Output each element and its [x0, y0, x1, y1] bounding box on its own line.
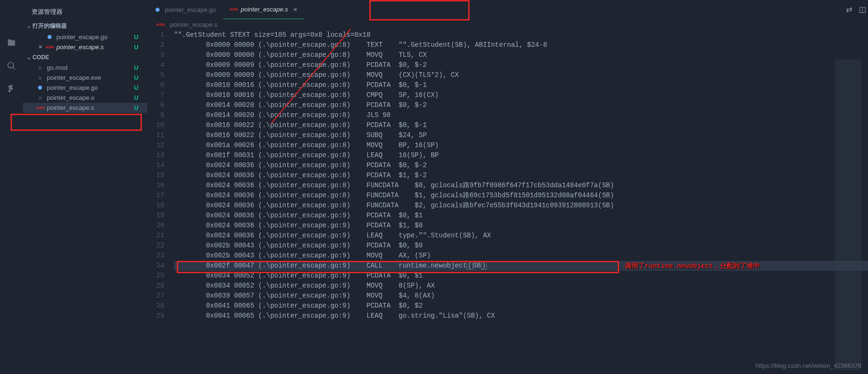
code-line: 0x001a 00026 (.\pointer_escape.go:8) MOV…	[174, 140, 868, 150]
line-number: 4	[147, 60, 164, 70]
breadcrumb[interactable]: ASM pointer_escape.s	[147, 19, 868, 30]
status-badge: U	[134, 104, 143, 111]
code-line: 0x002f 00047 (.\pointer_escape.go:9) CAL…	[174, 261, 868, 271]
line-number: 17	[147, 191, 164, 201]
line-number: 14	[147, 160, 164, 171]
code-line: 0x0010 00016 (.\pointer_escape.go:8) PCD…	[174, 80, 868, 90]
line-number: 18	[147, 201, 164, 211]
line-number: 11	[147, 130, 164, 140]
line-number: 15	[147, 171, 164, 181]
line-number: 7	[147, 90, 164, 100]
code-line: 0x0010 00016 (.\pointer_escape.go:8) CMP…	[174, 90, 868, 100]
file-name: pointer_escape.exe	[47, 74, 134, 81]
file-name: pointer_escape.s	[56, 43, 134, 51]
annotation-text: 调用了runtime.newobject，分配到了堆中	[625, 261, 760, 271]
code-line: 0x0009 00009 (.\pointer_escape.go:8) MOV…	[174, 70, 868, 80]
open-editor-item[interactable]: ⬢pointer_escape.goU	[23, 32, 147, 42]
open-editors-header[interactable]: ⌄ 打开的编辑器	[23, 20, 147, 32]
editor-actions: ⇄ ◫	[846, 5, 866, 14]
code-line: 0x0034 00052 (.\pointer_escape.go:9) PCD…	[174, 271, 868, 281]
minimap[interactable]	[835, 60, 861, 370]
file-name: go.mod	[47, 64, 134, 71]
file-name: pointer_escape.s	[47, 104, 134, 111]
asm-icon: ASM	[157, 22, 164, 27]
file-tree-item[interactable]: ≡pointer_escape.exeU	[23, 73, 147, 83]
status-badge: U	[134, 43, 143, 51]
line-number: 2	[147, 40, 164, 50]
line-number: 9	[147, 110, 164, 120]
code-line: 0x0024 00036 (.\pointer_escape.go:9) LEA…	[174, 231, 868, 241]
code-line: 0x0024 00036 (.\pointer_escape.go:8) PCD…	[174, 160, 868, 171]
code-line: 0x0024 00036 (.\pointer_escape.go:8) FUN…	[174, 191, 868, 201]
line-number: 27	[147, 291, 164, 301]
explorer-icon[interactable]	[7, 38, 16, 49]
editor-area: ⬢pointer_escape.goASMpointer_escape.s× ⇄…	[147, 0, 868, 374]
line-number: 6	[147, 80, 164, 90]
code-line: 0x0014 00020 (.\pointer_escape.go:8) PCD…	[174, 100, 868, 110]
code-line: 0x0024 00036 (.\pointer_escape.go:9) PCD…	[174, 211, 868, 221]
tab-bar: ⬢pointer_escape.goASMpointer_escape.s× ⇄…	[147, 0, 868, 19]
source-control-icon[interactable]	[7, 84, 16, 95]
code-editor[interactable]: 1234567891011121314151617181920212223242…	[147, 30, 868, 374]
line-number: 21	[147, 231, 164, 241]
search-icon[interactable]	[7, 61, 16, 72]
file-tree-item[interactable]: ≡pointer_escape.oU	[23, 93, 147, 103]
file-tree-item[interactable]: ≡go.modU	[23, 63, 147, 73]
code-line: 0x0024 00036 (.\pointer_escape.go:8) PCD…	[174, 171, 868, 181]
code-line: 0x0024 00036 (.\pointer_escape.go:9) PCD…	[174, 221, 868, 231]
status-badge: U	[134, 33, 143, 41]
code-line: 0x002b 00043 (.\pointer_escape.go:9) PCD…	[174, 241, 868, 251]
watermark: https://blog.csdn.net/weixin_42366378	[756, 362, 861, 369]
close-icon: ✕	[36, 44, 44, 50]
code-line: 0x0024 00036 (.\pointer_escape.go:8) FUN…	[174, 201, 868, 211]
code-line: 0x0009 00009 (.\pointer_escape.go:8) PCD…	[174, 60, 868, 70]
code-section-header[interactable]: ⌄ CODE	[23, 52, 147, 63]
compare-icon[interactable]: ⇄	[846, 5, 852, 14]
line-gutter: 1234567891011121314151617181920212223242…	[147, 30, 174, 374]
code-line: "".GetStudent STEXT size=105 args=0x8 lo…	[174, 30, 868, 40]
code-line: 0x0039 00057 (.\pointer_escape.go:9) MOV…	[174, 291, 868, 301]
tab-close-icon[interactable]: ×	[293, 6, 297, 13]
file-tree-item[interactable]: ASMpointer_escape.sU	[23, 103, 147, 113]
code-line: 0x001f 00031 (.\pointer_escape.go:8) LEA…	[174, 150, 868, 160]
chevron-down-icon: ⌄	[27, 55, 31, 60]
editor-tab[interactable]: ⬢pointer_escape.go	[147, 0, 223, 19]
code-content[interactable]: "".GetStudent STEXT size=105 args=0x8 lo…	[174, 30, 868, 374]
asm-icon: ASM	[46, 45, 54, 49]
lines-icon: ≡	[36, 95, 44, 101]
highlight-box-tab	[369, 0, 470, 21]
code-line: 0x0041 00065 (.\pointer_escape.go:9) PCD…	[174, 301, 868, 311]
line-number: 23	[147, 251, 164, 261]
status-badge: U	[134, 94, 143, 101]
tab-label: pointer_escape.go	[165, 6, 216, 13]
code-line: 0x0016 00022 (.\pointer_escape.go:8) SUB…	[174, 130, 868, 140]
code-line: 0x0000 00000 (.\pointer_escape.go:8) MOV…	[174, 50, 868, 60]
line-number: 25	[147, 271, 164, 281]
line-number: 8	[147, 100, 164, 110]
code-line: 0x0041 00065 (.\pointer_escape.go:9) LEA…	[174, 311, 868, 321]
split-icon[interactable]: ◫	[859, 5, 866, 14]
open-editor-item[interactable]: ✕ASMpointer_escape.sU	[23, 42, 147, 52]
code-line: 0x0016 00022 (.\pointer_escape.go:8) PCD…	[174, 120, 868, 130]
explorer-sidebar: 资源管理器 ⌄ 打开的编辑器 ⬢pointer_escape.goU✕ASMpo…	[23, 0, 147, 374]
editor-tab[interactable]: ASMpointer_escape.s×	[223, 0, 304, 19]
go-icon: ⬢	[46, 34, 54, 40]
line-number: 22	[147, 241, 164, 251]
line-number: 29	[147, 311, 164, 321]
file-name: pointer_escape.o	[47, 94, 134, 101]
lines-icon: ≡	[36, 75, 44, 81]
status-badge: U	[134, 74, 143, 81]
file-tree-item[interactable]: ⬢pointer_escape.goU	[23, 83, 147, 93]
file-name: pointer_escape.go	[47, 84, 134, 91]
code-line: 0x0000 00000 (.\pointer_escape.go:8) TEX…	[174, 40, 868, 50]
go-icon: ⬢	[154, 7, 161, 13]
line-number: 16	[147, 181, 164, 191]
line-number: 24	[147, 261, 164, 271]
status-badge: U	[134, 64, 143, 71]
code-line: 0x0034 00052 (.\pointer_escape.go:9) MOV…	[174, 281, 868, 291]
tab-label: pointer_escape.s	[241, 6, 288, 13]
line-number: 20	[147, 221, 164, 231]
go-icon: ⬢	[36, 85, 44, 91]
lines-icon: ≡	[36, 65, 44, 71]
line-number: 26	[147, 281, 164, 291]
